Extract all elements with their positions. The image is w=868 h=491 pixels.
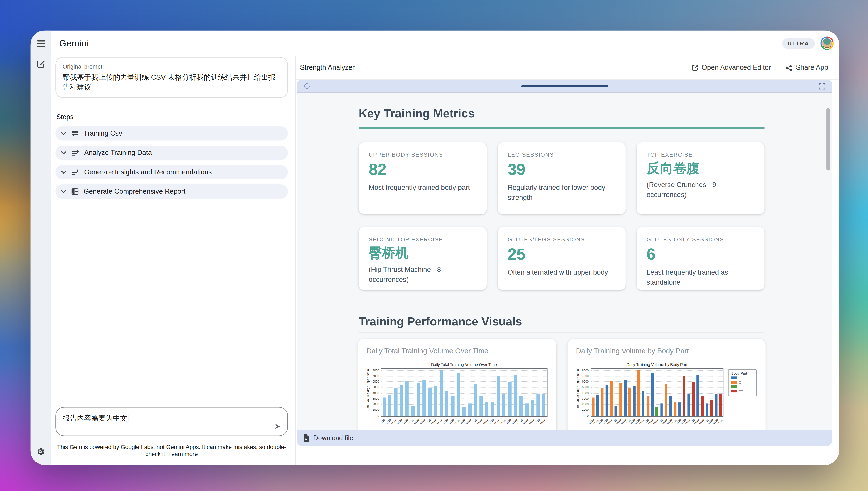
fullscreen-button[interactable]	[817, 81, 827, 91]
bar-slot	[664, 368, 668, 416]
metric-value: 反向卷腹	[646, 161, 754, 175]
bar	[451, 396, 454, 416]
x-tick-label: 00:00	[385, 418, 392, 425]
send-button[interactable]	[272, 422, 282, 432]
sparkle-lines-icon	[71, 149, 79, 156]
bar-slot	[668, 368, 673, 416]
plan-badge: ULTRA	[782, 38, 815, 49]
chevron-down-icon[interactable]	[61, 171, 66, 174]
bar-slot	[718, 368, 723, 416]
reload-button[interactable]	[302, 81, 312, 91]
bar-slot	[618, 368, 623, 416]
chevron-down-icon[interactable]	[61, 190, 66, 193]
legend-title: Body Part	[731, 371, 753, 375]
bar	[674, 403, 676, 416]
menu-button[interactable]	[33, 36, 49, 52]
bar	[439, 370, 443, 416]
sidebar: Original prompt: 帮我基于我上传的力量训练 CSV 表格分析我的…	[52, 56, 295, 465]
bar	[491, 402, 494, 416]
plot-area	[590, 368, 723, 416]
bar-slot	[655, 368, 659, 416]
bar	[542, 394, 546, 416]
y-tick-label: 2000	[582, 402, 589, 406]
step-row-training-csv[interactable]: Training Csv	[55, 126, 288, 141]
step-row-generate-insights-and-recommendations[interactable]: Generate Insights and Recommendations	[55, 165, 288, 179]
y-tick-label: 8000	[582, 369, 589, 372]
y-tick-label: 1000	[582, 408, 589, 411]
bar	[592, 397, 595, 416]
metric-description: Least frequently trained as standalone	[646, 267, 754, 288]
app-content: Key Training Metrics UPPER BODY SESSIONS…	[297, 93, 832, 430]
share-icon	[785, 64, 792, 71]
metric-label: LEG SESSIONS	[508, 151, 615, 157]
x-tick-label: 00:00	[448, 418, 454, 425]
step-row-generate-comprehensive-report[interactable]: Generate Comprehensive Report	[55, 184, 288, 199]
bar-slot	[695, 368, 700, 416]
bar	[480, 396, 483, 416]
bar	[610, 382, 613, 416]
bar	[417, 382, 420, 416]
x-tick-label: 00:00	[419, 418, 426, 425]
bar-slot	[490, 368, 495, 416]
original-prompt-card: Original prompt: 帮我基于我上传的力量训练 CSV 表格分析我的…	[55, 57, 288, 98]
y-tick-label: 5000	[372, 385, 379, 389]
bar	[706, 403, 708, 416]
settings-button[interactable]	[33, 444, 49, 459]
bar	[715, 394, 717, 416]
legend-label: □	[739, 381, 741, 384]
user-avatar[interactable]	[820, 36, 834, 50]
step-label: Analyze Training Data	[84, 149, 152, 157]
bar	[669, 396, 672, 416]
bar-slot	[709, 368, 714, 416]
bar-slot	[591, 368, 596, 416]
bar-slot	[541, 368, 547, 416]
bar-slot	[636, 368, 641, 416]
bar-slot	[596, 368, 600, 416]
legend-label: □	[739, 385, 741, 388]
y-axis-label: Total Volume (kg * reps * sets)	[367, 376, 370, 410]
x-axis-labels: 00:0000:0000:0000:0000:0000:0000:0000:00…	[381, 416, 547, 430]
y-tick-label: 7000	[372, 374, 379, 377]
share-app-button[interactable]: Share App	[785, 64, 828, 71]
chevron-down-icon[interactable]	[61, 151, 66, 154]
x-tick-label: 00:00	[408, 418, 414, 425]
learn-more-link[interactable]: Learn more	[168, 451, 198, 458]
top-header: Gemini ULTRA	[52, 30, 839, 56]
y-tick-label: 5000	[582, 385, 589, 389]
chart-body: Total Volume (kg * reps * sets)010002000…	[576, 368, 757, 416]
disclaimer-footer: This Gem is powered by Google Labs, not …	[55, 443, 288, 458]
panel-actions: Open Advanced Editor Share App	[691, 64, 828, 71]
chart-legend: Body Part□□□□□□	[728, 369, 757, 396]
gemini-app-window: Gemini ULTRA Original prompt: 帮我基于我上传的力量…	[30, 30, 839, 465]
bar-slot	[645, 368, 650, 416]
message-input[interactable]: 报告内容需要为中文	[55, 407, 288, 436]
bar	[637, 370, 640, 416]
bar-slot	[456, 368, 461, 416]
avatar-image	[821, 38, 833, 49]
chevron-down-icon[interactable]	[61, 132, 66, 135]
metric-value: 25	[508, 246, 615, 263]
bar-slot	[691, 368, 695, 416]
x-tick-label: 00:00	[379, 418, 385, 425]
bar	[514, 375, 517, 416]
steps-heading: Steps	[56, 113, 288, 121]
scrollbar-thumb[interactable]	[827, 108, 830, 170]
bar	[382, 397, 386, 416]
x-tick-label: 00:00	[402, 418, 409, 425]
send-icon	[274, 423, 281, 430]
y-tick-label: 4000	[582, 391, 589, 395]
legend-entry: □	[731, 385, 753, 388]
bar	[597, 395, 599, 416]
open-advanced-editor-button[interactable]: Open Advanced Editor	[691, 64, 771, 71]
x-tick-label: 00:00	[500, 418, 506, 425]
teal-divider	[359, 127, 764, 129]
download-file-button[interactable]: Download file	[297, 430, 832, 446]
visuals-heading: Training Performance Visuals	[359, 315, 764, 328]
bar	[660, 404, 663, 416]
bar	[642, 392, 644, 416]
app-preview-frame: Key Training Metrics UPPER BODY SESSIONS…	[297, 80, 832, 446]
new-chat-button[interactable]	[33, 56, 49, 71]
app-content-viewport[interactable]: Key Training Metrics UPPER BODY SESSIONS…	[297, 93, 832, 430]
step-row-analyze-training-data[interactable]: Analyze Training Data	[55, 146, 288, 160]
report-layout-icon	[71, 188, 79, 195]
